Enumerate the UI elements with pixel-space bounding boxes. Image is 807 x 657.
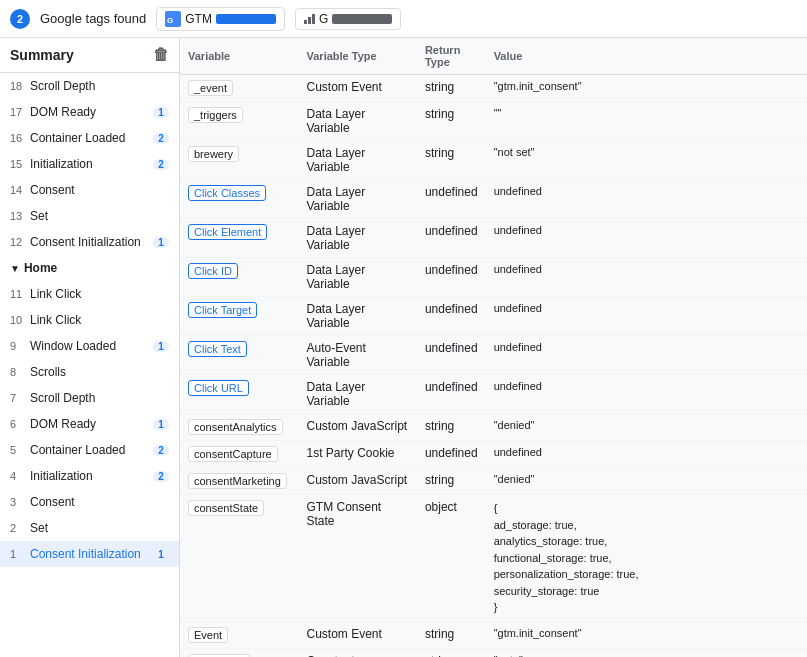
item-label: Initialization: [30, 157, 149, 171]
variable-chip[interactable]: Click Text: [188, 341, 247, 357]
table-row: Click IDData Layer Variableundefinedunde…: [180, 258, 807, 297]
sidebar-item-link-click-11[interactable]: 11 Link Click: [0, 281, 179, 307]
variable-chip[interactable]: Event: [188, 627, 228, 643]
item-number: 17: [10, 106, 26, 118]
g-label: G: [319, 12, 328, 26]
gtm-icon: G: [165, 11, 181, 27]
item-number: 9: [10, 340, 26, 352]
table-wrapper[interactable]: Variable Variable Type ReturnType Value …: [180, 38, 807, 657]
type-cell: Data Layer Variable: [299, 102, 417, 141]
table-row: Click ClassesData Layer Variableundefine…: [180, 180, 807, 219]
gtm-button[interactable]: G GTM: [156, 7, 285, 31]
value-cell: "gtm.init_consent": [486, 75, 807, 102]
sidebar-item-consent-init-1[interactable]: 1 Consent Initialization 1: [0, 541, 179, 567]
item-number: 11: [10, 288, 26, 300]
value-cell: "gtm.init_consent": [486, 621, 807, 648]
type-cell: Data Layer Variable: [299, 375, 417, 414]
item-badge: 1: [153, 237, 169, 248]
item-number: 6: [10, 418, 26, 430]
type-cell: Data Layer Variable: [299, 180, 417, 219]
item-number: 10: [10, 314, 26, 326]
variable-chip[interactable]: Click URL: [188, 380, 249, 396]
col-return: ReturnType: [417, 38, 486, 75]
sidebar: Summary 🗑 18 Scroll Depth 17 DOM Ready 1…: [0, 38, 180, 657]
value-cell: { ad_storage: true, analytics_storage: t…: [486, 495, 807, 622]
item-label: Container Loaded: [30, 131, 149, 145]
col-type: Variable Type: [299, 38, 417, 75]
sidebar-item-set-13[interactable]: 13 Set: [0, 203, 179, 229]
svg-text:G: G: [167, 16, 173, 25]
gtm-bar: [216, 14, 276, 24]
sidebar-item-link-click-10[interactable]: 10 Link Click: [0, 307, 179, 333]
home-section-header[interactable]: ▼ Home: [0, 255, 179, 281]
sidebar-item-set-2[interactable]: 2 Set: [0, 515, 179, 541]
item-label: Link Click: [30, 287, 169, 301]
type-cell: Data Layer Variable: [299, 219, 417, 258]
sidebar-item-scroll-depth-7[interactable]: 7 Scroll Depth: [0, 385, 179, 411]
value-cell: undefined: [486, 258, 807, 297]
sidebar-item-dom-ready-17[interactable]: 17 DOM Ready 1: [0, 99, 179, 125]
item-label: Consent Initialization: [30, 235, 149, 249]
col-variable: Variable: [180, 38, 299, 75]
variable-chip[interactable]: Click Target: [188, 302, 257, 318]
sidebar-item-container-loaded-16[interactable]: 16 Container Loaded 2: [0, 125, 179, 151]
table-row: gaDomainConstantstring"auto": [180, 648, 807, 657]
sidebar-item-dom-ready-6[interactable]: 6 DOM Ready 1: [0, 411, 179, 437]
g-button[interactable]: G: [295, 8, 401, 30]
item-number: 12: [10, 236, 26, 248]
variable-cell: Click Text: [180, 336, 299, 375]
variable-cell: Click ID: [180, 258, 299, 297]
item-number: 8: [10, 366, 26, 378]
table-row: consentCapture1st Party Cookieundefinedu…: [180, 441, 807, 468]
item-number: 18: [10, 80, 26, 92]
sidebar-item-window-loaded-9[interactable]: 9 Window Loaded 1: [0, 333, 179, 359]
item-label: Consent: [30, 495, 169, 509]
type-cell: Auto-Event Variable: [299, 336, 417, 375]
delete-icon[interactable]: 🗑: [153, 46, 169, 64]
item-number: 3: [10, 496, 26, 508]
return-type-cell: object: [417, 495, 486, 622]
value-cell: "denied": [486, 468, 807, 495]
sidebar-item-consent-14[interactable]: 14 Consent: [0, 177, 179, 203]
sidebar-item-scrolls-8[interactable]: 8 Scrolls: [0, 359, 179, 385]
sidebar-item-scroll-depth-18[interactable]: 18 Scroll Depth: [0, 73, 179, 99]
main-layout: Summary 🗑 18 Scroll Depth 17 DOM Ready 1…: [0, 38, 807, 657]
item-label: Consent: [30, 183, 169, 197]
sidebar-item-consent-3[interactable]: 3 Consent: [0, 489, 179, 515]
variable-chip[interactable]: gaDomain: [188, 654, 250, 658]
type-cell: Custom Event: [299, 75, 417, 102]
type-cell: GTM Consent State: [299, 495, 417, 622]
variable-chip[interactable]: consentCapture: [188, 446, 278, 462]
variable-chip[interactable]: _event: [188, 80, 233, 96]
sidebar-item-container-loaded-5[interactable]: 5 Container Loaded 2: [0, 437, 179, 463]
variable-chip[interactable]: Click Element: [188, 224, 267, 240]
value-cell: undefined: [486, 375, 807, 414]
col-value: Value: [486, 38, 807, 75]
variable-chip[interactable]: consentMarketing: [188, 473, 287, 489]
item-number: 13: [10, 210, 26, 222]
sidebar-item-consent-init-12[interactable]: 12 Consent Initialization 1: [0, 229, 179, 255]
variable-cell: consentMarketing: [180, 468, 299, 495]
return-type-cell: string: [417, 414, 486, 441]
variable-chip[interactable]: consentState: [188, 500, 264, 516]
type-cell: Custom Event: [299, 621, 417, 648]
variable-chip[interactable]: Click Classes: [188, 185, 266, 201]
variable-cell: _event: [180, 75, 299, 102]
content-area: Variable Variable Type ReturnType Value …: [180, 38, 807, 657]
item-number: 16: [10, 132, 26, 144]
value-cell: undefined: [486, 336, 807, 375]
sidebar-header: Summary 🗑: [0, 38, 179, 73]
value-cell: undefined: [486, 441, 807, 468]
variable-chip[interactable]: _triggers: [188, 107, 243, 123]
sidebar-item-initialization-15[interactable]: 15 Initialization 2: [0, 151, 179, 177]
variable-chip[interactable]: Click ID: [188, 263, 238, 279]
item-label: Initialization: [30, 469, 149, 483]
value-cell: undefined: [486, 180, 807, 219]
variable-cell: Click Target: [180, 297, 299, 336]
variable-chip[interactable]: brewery: [188, 146, 239, 162]
variable-chip[interactable]: consentAnalytics: [188, 419, 283, 435]
sidebar-item-initialization-4[interactable]: 4 Initialization 2: [0, 463, 179, 489]
variable-cell: _triggers: [180, 102, 299, 141]
item-number: 14: [10, 184, 26, 196]
table-row: Click ElementData Layer Variableundefine…: [180, 219, 807, 258]
